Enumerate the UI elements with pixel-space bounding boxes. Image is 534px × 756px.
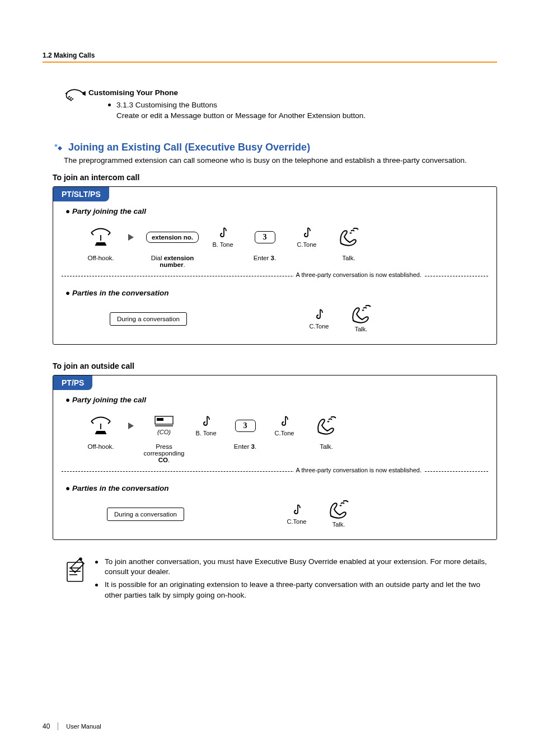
offhook-label: Off-hook. bbox=[81, 255, 120, 268]
ctone-label-2: C.Tone bbox=[310, 323, 329, 330]
talk-icon-cell bbox=[304, 416, 349, 435]
svg-point-9 bbox=[79, 558, 82, 560]
customising-title: Customising Your Phone bbox=[88, 87, 497, 98]
dial-label: Dial extension number. bbox=[142, 255, 203, 268]
outside-group2-title: Parties in the conversation bbox=[65, 484, 496, 492]
enter3-label: Enter 3. bbox=[226, 443, 265, 463]
section-description: The preprogrammed extension can call som… bbox=[64, 156, 497, 166]
tone-icon bbox=[200, 415, 212, 428]
intercom-flow-row: extension no. B. Tone 3 C.Tone bbox=[81, 221, 496, 253]
during-conversation-label: During a conversation bbox=[107, 508, 184, 521]
talk-icon-cell bbox=[326, 228, 371, 247]
during-conversation-cell: During a conversation bbox=[92, 312, 204, 326]
page-number: 40 bbox=[43, 722, 50, 730]
tone-icon bbox=[279, 415, 290, 428]
during-conversation-label: During a conversation bbox=[110, 312, 187, 326]
press-co-label: Press corresponding CO. bbox=[142, 443, 186, 463]
enter3-label: Enter 3. bbox=[242, 255, 287, 268]
key-3: 3 bbox=[235, 420, 256, 432]
section-title-row: Joining an Existing Call (Executive Busy… bbox=[53, 142, 497, 153]
btone-cell: B. Tone bbox=[203, 226, 242, 248]
key-3-cell: 3 bbox=[226, 420, 265, 432]
dashed-separator bbox=[62, 276, 488, 276]
talk-icon bbox=[338, 228, 360, 247]
ctone-cell: C.Tone bbox=[287, 226, 326, 248]
footer-separator bbox=[58, 722, 58, 730]
diamond-bullet-icon bbox=[53, 142, 65, 152]
intercom-group1-title: Party joining the call bbox=[65, 207, 496, 215]
bullet-icon bbox=[95, 584, 98, 586]
talk-cell-2: Talk. bbox=[339, 305, 383, 332]
customising-block: Customising Your Phone 3.1.3 Customising… bbox=[64, 87, 497, 121]
note-item-1: To join another conversation, you must h… bbox=[95, 557, 497, 578]
header-divider bbox=[43, 62, 497, 63]
co-key-cell: (CO) bbox=[142, 416, 186, 435]
btone-label: B. Tone bbox=[212, 241, 233, 248]
page-footer: 40 User Manual bbox=[43, 722, 101, 730]
tone-icon bbox=[301, 226, 312, 240]
key-3: 3 bbox=[255, 231, 275, 243]
tone-icon bbox=[313, 308, 325, 321]
btone-cell: B. Tone bbox=[186, 415, 226, 436]
intercom-group2-title: Parties in the conversation bbox=[65, 289, 496, 297]
arrow-icon bbox=[128, 422, 134, 429]
intercom-flow-row2: During a conversation C.Tone Talk. bbox=[92, 303, 496, 335]
arrow-icon bbox=[128, 234, 134, 241]
outside-heading: To join an outside call bbox=[53, 361, 497, 370]
svg-marker-1 bbox=[58, 146, 62, 151]
svg-rect-3 bbox=[157, 418, 163, 421]
intercom-heading: To join an intercom call bbox=[53, 173, 497, 182]
ctone-cell-2: C.Tone bbox=[299, 308, 339, 330]
tone-icon bbox=[217, 226, 228, 240]
btone-label: B. Tone bbox=[195, 430, 216, 436]
talk-icon bbox=[350, 305, 372, 324]
customising-item-title: 3.1.3 Customising the Buttons bbox=[116, 101, 217, 109]
section-title: Joining an Existing Call (Executive Busy… bbox=[68, 142, 310, 153]
ctone-label: C.Tone bbox=[275, 430, 294, 436]
three-party-note: A three-party conversation is now establ… bbox=[294, 271, 424, 279]
outside-group1-title: Party joining the call bbox=[65, 396, 496, 404]
notepad-icon bbox=[64, 557, 95, 585]
three-party-note: A three-party conversation is now establ… bbox=[294, 467, 424, 475]
talk-cell-2: Talk. bbox=[316, 500, 361, 528]
customising-item-desc: Create or edit a Message button or Messa… bbox=[116, 111, 366, 120]
note-item-2: It is possible for an originating extens… bbox=[95, 580, 497, 601]
svg-marker-0 bbox=[54, 144, 58, 147]
offhook-label: Off-hook. bbox=[81, 443, 120, 463]
outside-procedure-box: PT/PS Party joining the call (CO) B. Ton… bbox=[53, 375, 497, 540]
talk-icon bbox=[327, 500, 350, 519]
key-3-cell: 3 bbox=[242, 231, 287, 243]
bullet-icon bbox=[108, 104, 111, 106]
dashed-separator bbox=[62, 471, 488, 472]
intercom-tab: PT/SLT/PS bbox=[53, 187, 109, 201]
breadcrumb: 1.2 Making Calls bbox=[43, 51, 497, 59]
co-button-icon bbox=[154, 416, 174, 427]
ctone-label: C.Tone bbox=[297, 241, 317, 248]
talk-label-2: Talk. bbox=[332, 521, 345, 528]
notes-block: To join another conversation, you must h… bbox=[64, 557, 497, 604]
intercom-procedure-box: PT/SLT/PS Party joining the call extensi… bbox=[53, 186, 497, 345]
talk-label: Talk. bbox=[304, 443, 349, 463]
extension-key-cell: extension no. bbox=[142, 232, 203, 243]
during-conversation-cell: During a conversation bbox=[92, 508, 199, 521]
tone-icon bbox=[291, 503, 302, 516]
co-label: (CO) bbox=[157, 429, 171, 435]
outside-tab: PT/PS bbox=[53, 375, 92, 390]
intercom-flow-labels: Off-hook. Dial extension number. Enter 3… bbox=[81, 255, 496, 268]
ctone-cell: C.Tone bbox=[265, 415, 304, 436]
outside-flow-labels: Off-hook. Press corresponding CO. Enter … bbox=[81, 443, 496, 463]
offhook-icon bbox=[81, 416, 120, 436]
offhook-icon bbox=[81, 227, 120, 247]
ctone-label-2: C.Tone bbox=[287, 518, 307, 525]
footer-label: User Manual bbox=[66, 723, 101, 730]
talk-label-2: Talk. bbox=[355, 326, 368, 332]
outside-flow-row: (CO) B. Tone 3 C.Tone bbox=[81, 410, 496, 442]
outside-flow-row2: During a conversation C.Tone Talk. bbox=[92, 498, 496, 530]
hand-pointing-icon bbox=[64, 87, 88, 103]
extension-number-key: extension no. bbox=[146, 232, 199, 243]
bullet-icon bbox=[95, 561, 98, 564]
talk-icon bbox=[315, 416, 338, 435]
talk-label: Talk. bbox=[326, 255, 371, 268]
ctone-cell-2: C.Tone bbox=[277, 503, 316, 525]
